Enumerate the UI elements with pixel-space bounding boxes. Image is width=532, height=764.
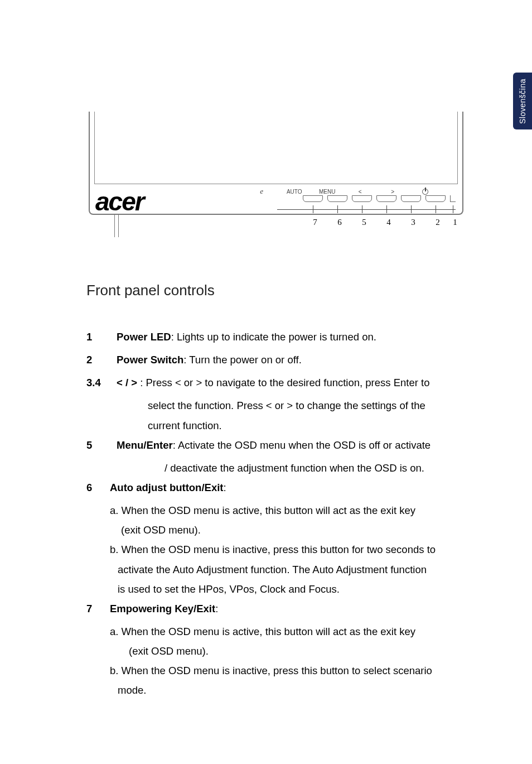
panel-button (327, 195, 347, 202)
item-label: < / > (117, 377, 137, 388)
item-subline: b. When the OSD menu is inactive, press … (110, 661, 466, 680)
panel-button (401, 195, 421, 202)
menu-label: MENU (319, 189, 335, 195)
brand-logo: acer (95, 186, 144, 217)
item-text: : Press < or > to navigate to the desire… (137, 377, 429, 388)
item-text: : Activate the OSD menu when the OSD is … (173, 439, 431, 451)
item-body: Menu/Enter: Activate the OSD menu when t… (117, 435, 466, 455)
language-tab: Slovenščina (513, 73, 532, 129)
list-item: 3.4 < / > : Press < or > to navigate to … (86, 373, 466, 392)
item-subline: mode. (118, 680, 466, 700)
list-item: 6 Auto adjust button/Exit: (86, 478, 466, 497)
e-icon-label: e (254, 187, 270, 196)
callout-number: 1 (452, 218, 458, 227)
list-item: 7 Empowering Key/Exit: (86, 599, 466, 618)
item-label: Menu/Enter (117, 439, 173, 451)
callout-number: 5 (354, 218, 374, 227)
panel-led (450, 195, 456, 202)
item-subline: (exit OSD menu). (129, 641, 466, 661)
less-than-label: < (352, 189, 368, 195)
callout-tick (327, 205, 347, 213)
item-text: : Turn the power on or off. (183, 354, 302, 366)
callout-tick (450, 205, 456, 213)
panel-button (425, 195, 446, 202)
item-label: Auto adjust button/Exit (110, 482, 223, 493)
item-body: Auto adjust button/Exit: (110, 478, 466, 497)
item-number: 7 (86, 599, 110, 618)
item-colon: : (215, 603, 218, 614)
item-subline: activate the Auto Adjustment function. T… (118, 560, 466, 579)
item-continuation: select the function. Press < or > to cha… (148, 396, 466, 415)
stand-line (118, 215, 119, 237)
callout-tick (401, 205, 421, 213)
page-content: acer e AUTO MENU < > (86, 112, 466, 700)
item-number: 5 (86, 435, 117, 455)
callout-number: 2 (428, 218, 448, 227)
language-tab-label: Slovenščina (518, 79, 527, 124)
item-body: Empowering Key/Exit: (110, 599, 466, 618)
greater-than-label: > (385, 189, 401, 195)
callout-number-row: 7 6 5 4 3 2 1 (305, 218, 458, 227)
list-item: 5 Menu/Enter: Activate the OSD menu when… (86, 435, 466, 455)
list-item: 2 Power Switch: Turn the power on or off… (86, 350, 466, 369)
item-colon: : (223, 482, 226, 493)
item-body: < / > : Press < or > to navigate to the … (117, 373, 466, 392)
callout-tick (303, 205, 323, 213)
power-icon (418, 188, 434, 195)
callout-number: 7 (305, 218, 325, 227)
callout-number: 6 (330, 218, 350, 227)
stand-line (114, 215, 115, 237)
panel-button (376, 195, 396, 202)
item-continuation: current function. (148, 416, 466, 435)
screen-outline (94, 112, 458, 184)
callout-number: 3 (403, 218, 423, 227)
item-subline: a. When the OSD menu is active, this but… (110, 501, 466, 520)
callout-tick (352, 205, 372, 213)
item-subline: (exit OSD menu). (121, 520, 466, 540)
monitor-bezel-diagram: acer e AUTO MENU < > (86, 112, 466, 237)
item-subline: a. When the OSD menu is active, this but… (110, 622, 466, 641)
panel-button-labels: e AUTO MENU < > (254, 187, 454, 196)
callout-tick (376, 205, 396, 213)
item-number: 3.4 (86, 373, 117, 392)
callout-ticks (303, 205, 456, 213)
item-label: Power LED (117, 331, 171, 343)
section-heading: Front panel controls (86, 282, 466, 299)
item-label: Empowering Key/Exit (110, 603, 215, 614)
auto-label: AUTO (287, 189, 303, 195)
callout-tick (425, 205, 446, 213)
item-continuation: / deactivate the adjustment function whe… (165, 458, 466, 478)
item-body: Power Switch: Turn the power on or off. (117, 350, 466, 369)
callout-number: 4 (379, 218, 399, 227)
item-subline: is used to set the HPos, VPos, Clock and… (118, 579, 466, 599)
item-text: : Lights up to indicate the power is tur… (171, 331, 376, 343)
panel-button-row (303, 195, 456, 202)
item-subline: b. When the OSD menu is inactive, press … (110, 540, 466, 559)
item-number: 6 (86, 478, 110, 497)
panel-button (303, 195, 323, 202)
item-body: Power LED: Lights up to indicate the pow… (117, 327, 466, 347)
list-item: 1 Power LED: Lights up to indicate the p… (86, 327, 466, 347)
item-number: 1 (86, 327, 117, 347)
panel-button (352, 195, 372, 202)
item-label: Power Switch (117, 354, 183, 366)
item-number: 2 (86, 350, 117, 369)
